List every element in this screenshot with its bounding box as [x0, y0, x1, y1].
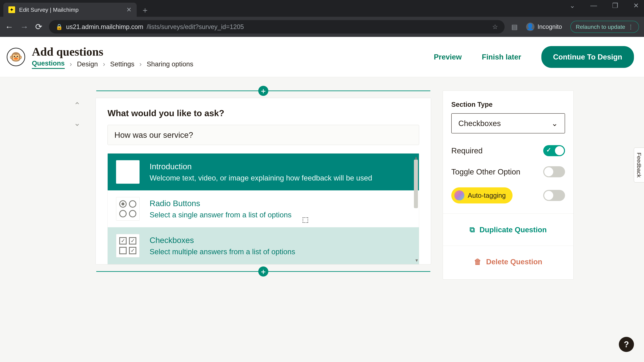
- chevron-right-icon: ›: [103, 60, 105, 68]
- window-minimize-icon[interactable]: ―: [590, 2, 597, 9]
- finish-later-button[interactable]: Finish later: [482, 53, 521, 61]
- auto-tagging-toggle[interactable]: [543, 190, 565, 201]
- type-option-title: Checkboxes: [150, 236, 295, 245]
- smile-plus-icon: ☺+: [116, 160, 140, 184]
- mailchimp-logo[interactable]: 🐵: [7, 48, 25, 66]
- close-tab-icon[interactable]: ✕: [126, 6, 132, 13]
- auto-tagging-icon: [454, 190, 464, 200]
- auto-tagging-pill[interactable]: Auto-tagging: [451, 187, 512, 203]
- back-button[interactable]: ←: [5, 22, 14, 32]
- move-up-button[interactable]: ⌃: [74, 100, 80, 110]
- add-section-button[interactable]: ＋: [258, 86, 268, 96]
- required-toggle[interactable]: [543, 145, 565, 156]
- type-option-desc: Select a single answer from a list of op…: [150, 211, 292, 219]
- scrollbar-thumb[interactable]: [414, 160, 418, 208]
- type-option-title: Introduction: [150, 162, 372, 171]
- address-bar[interactable]: 🔒 us21.admin.mailchimp.com/lists/surveys…: [49, 20, 505, 33]
- duplicate-question-button[interactable]: ⧉ Duplicate Question: [451, 222, 565, 237]
- tab-title: Edit Survey | Mailchimp: [19, 6, 79, 13]
- continue-to-design-button[interactable]: Continue To Design: [541, 46, 634, 68]
- incognito-label: Incognito: [538, 23, 562, 30]
- window-close-icon[interactable]: ✕: [633, 2, 639, 9]
- crumb-sharing[interactable]: Sharing options: [147, 60, 193, 68]
- preview-button[interactable]: Preview: [434, 53, 462, 61]
- page-title: Add questions: [32, 45, 193, 58]
- mailchimp-favicon: ✦: [8, 6, 15, 13]
- tabs-dropdown-icon[interactable]: ⌄: [570, 2, 575, 9]
- duplicate-label: Duplicate Question: [480, 226, 547, 234]
- chevron-down-icon: ⌄: [552, 119, 558, 128]
- relaunch-label: Relaunch to update: [576, 24, 625, 30]
- incognito-indicator[interactable]: 👤 Incognito: [526, 23, 562, 31]
- side-panel-icon[interactable]: ▤: [511, 23, 518, 31]
- delete-label: Delete Question: [486, 258, 542, 266]
- section-type-value: Checkboxes: [458, 119, 501, 128]
- type-option-introduction[interactable]: ☺+ Introduction Welcome text, video, or …: [108, 153, 419, 190]
- browser-tab-strip: ✦ Edit Survey | Mailchimp ✕ ＋ ⌄ ― ❐ ✕: [0, 0, 644, 17]
- radio-buttons-icon: [116, 197, 140, 221]
- auto-tagging-label: Auto-tagging: [468, 192, 506, 199]
- crumb-design[interactable]: Design: [77, 60, 98, 68]
- kebab-icon: ⋮: [628, 23, 634, 30]
- crumb-questions[interactable]: Questions: [32, 59, 65, 69]
- type-option-desc: Welcome text, video, or image explaining…: [150, 174, 372, 182]
- add-section-divider-bottom: ＋: [96, 271, 430, 272]
- question-text-input[interactable]: [108, 125, 419, 145]
- delete-question-button[interactable]: 🗑 Delete Question: [451, 254, 565, 269]
- lock-icon: 🔒: [56, 23, 63, 30]
- url-path: /lists/surveys/edit?survey_id=1205: [146, 23, 244, 30]
- chevron-right-icon: ›: [70, 60, 72, 68]
- duplicate-icon: ⧉: [470, 225, 475, 234]
- add-section-divider-top: ＋: [96, 90, 430, 91]
- window-maximize-icon[interactable]: ❐: [612, 2, 618, 9]
- required-label: Required: [451, 146, 483, 155]
- section-type-label: Section Type: [451, 101, 565, 108]
- relaunch-button[interactable]: Relaunch to update ⋮: [570, 21, 639, 33]
- question-card: What would you like to ask? ☺+ Introduct…: [96, 98, 431, 265]
- reload-button[interactable]: ⟳: [35, 22, 42, 32]
- forward-button[interactable]: →: [20, 22, 28, 32]
- incognito-icon: 👤: [526, 23, 534, 31]
- question-prompt-label: What would you like to ask?: [108, 108, 419, 118]
- other-option-toggle[interactable]: [543, 166, 565, 177]
- browser-toolbar: ← → ⟳ 🔒 us21.admin.mailchimp.com/lists/s…: [0, 17, 644, 37]
- add-section-button[interactable]: ＋: [258, 267, 268, 277]
- chevron-right-icon: ›: [139, 60, 142, 68]
- browser-tab[interactable]: ✦ Edit Survey | Mailchimp ✕: [3, 3, 137, 17]
- crumb-settings[interactable]: Settings: [110, 60, 134, 68]
- section-type-select[interactable]: Checkboxes ⌄: [451, 113, 565, 133]
- app-header: 🐵 Add questions Questions › Design › Set…: [0, 37, 644, 77]
- type-picker-scrollbar[interactable]: ▴ ▾: [414, 155, 418, 263]
- toggle-other-label: Toggle Other Option: [451, 167, 520, 176]
- new-tab-button[interactable]: ＋: [140, 5, 150, 15]
- type-option-title: Radio Buttons: [150, 199, 292, 208]
- divider: [443, 246, 574, 246]
- checkboxes-icon: [116, 234, 140, 257]
- url-host: us21.admin.mailchimp.com: [66, 23, 143, 30]
- scroll-down-arrow-icon[interactable]: ▾: [416, 257, 418, 263]
- question-settings-panel: Section Type Checkboxes ⌄ Required Toggl…: [443, 90, 574, 280]
- help-fab[interactable]: ?: [619, 337, 634, 352]
- type-option-radio-buttons[interactable]: Radio Buttons Select a single answer fro…: [108, 190, 419, 227]
- bookmark-star-icon[interactable]: ☆: [492, 23, 498, 30]
- feedback-tab[interactable]: Feedback: [634, 147, 644, 183]
- section-type-picker: ☺+ Introduction Welcome text, video, or …: [108, 153, 419, 264]
- breadcrumb: Questions › Design › Settings › Sharing …: [32, 59, 193, 69]
- trash-icon: 🗑: [474, 258, 482, 266]
- move-down-button[interactable]: ⌄: [74, 118, 80, 128]
- type-option-desc: Select multiple answers from a list of o…: [150, 248, 295, 256]
- type-option-checkboxes[interactable]: Checkboxes Select multiple answers from …: [108, 227, 419, 264]
